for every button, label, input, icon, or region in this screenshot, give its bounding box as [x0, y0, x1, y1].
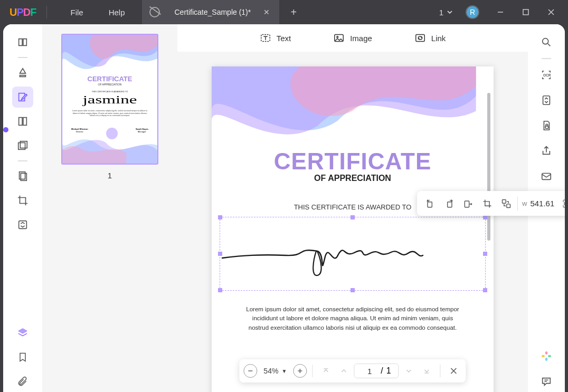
ocr-button[interactable]: OCR [536, 64, 557, 85]
left-tool-rail [3, 24, 42, 392]
rotate-left-button[interactable] [421, 195, 439, 213]
organize-tool[interactable] [12, 111, 33, 132]
compress-tool[interactable] [12, 214, 33, 235]
text-icon [260, 32, 271, 44]
comment-button[interactable] [536, 371, 557, 392]
width-label: w [520, 199, 529, 207]
protect-button[interactable] [536, 115, 557, 136]
thumb-wave-graphic [62, 35, 157, 74]
ocr-icon: OCR [541, 69, 552, 81]
titlebar: UPDF File Help Certificate_Sample (1)* ✕… [0, 0, 568, 24]
email-button[interactable] [536, 166, 557, 187]
close-window-button[interactable] [539, 0, 563, 24]
bookmark-button[interactable] [12, 347, 33, 368]
document-tab[interactable]: Certificate_Sample (1)* ✕ [142, 0, 279, 24]
app-body: CERTIFICATE OF APPRECIATION THIS CERTIFI… [3, 24, 565, 392]
insert-link-button[interactable]: Link [414, 32, 446, 44]
comment-icon [541, 376, 552, 387]
search-button[interactable] [536, 32, 557, 53]
separator [18, 57, 27, 58]
tab-count[interactable]: 1 [436, 6, 456, 19]
tab-count-number: 1 [439, 8, 443, 17]
resize-handle-n[interactable] [351, 215, 355, 219]
replace-image-button[interactable] [497, 195, 515, 213]
thumb-body: Lorem ipsum dolor sit amet, consectetur … [62, 107, 157, 120]
insert-image-label: Image [350, 34, 372, 43]
edit-tool[interactable] [12, 87, 33, 108]
scrollbar-thumb[interactable] [487, 93, 490, 241]
page-thumbnail[interactable]: CERTIFICATE OF APPRECIATION THIS CERTIFI… [61, 34, 158, 165]
document-page[interactable]: CERTIFICATE OF APPRECIATION THIS CERTIFI… [212, 66, 494, 392]
convert-button[interactable] [536, 90, 557, 111]
crop-image-button[interactable] [478, 195, 496, 213]
zoom-page-nav: 54% ▼ / 1 [239, 359, 466, 383]
svg-rect-12 [416, 35, 425, 42]
zoom-in-button[interactable] [293, 364, 307, 378]
thumb-title: CERTIFICATE [62, 75, 157, 83]
last-page-button[interactable] [419, 363, 435, 379]
certificate-title[interactable]: CERTIFICATE [237, 148, 468, 175]
extract-button[interactable] [459, 195, 477, 213]
svg-rect-16 [503, 199, 506, 203]
next-page-button[interactable] [401, 363, 417, 379]
page-indicator: / 1 [354, 364, 399, 378]
zoom-out-button[interactable] [243, 364, 257, 378]
svg-point-11 [337, 36, 338, 38]
ai-flower-icon [540, 350, 553, 362]
insert-text-button[interactable]: Text [260, 32, 291, 44]
lock-aspect-button[interactable] [560, 199, 565, 208]
thumbnail-page-number: 1 [108, 171, 112, 180]
current-page-input[interactable] [362, 367, 377, 376]
thumbnail-panel: CERTIFICATE OF APPRECIATION THIS CERTIFI… [42, 24, 177, 392]
image-edit-toolbar: w 541.61 h 145.16 [417, 191, 565, 216]
svg-rect-5 [20, 141, 27, 148]
canvas-viewport[interactable]: CERTIFICATE OF APPRECIATION THIS CERTIFI… [177, 52, 528, 392]
prev-page-button[interactable] [336, 363, 352, 379]
insert-toolbar: Text Image Link [177, 24, 528, 52]
highlight-tool[interactable] [12, 62, 33, 83]
certificate-body-text[interactable]: Lorem ipsum dolor sit amet, consectetur … [243, 305, 462, 332]
chevron-down-icon: ▼ [281, 368, 287, 374]
pages-tool[interactable] [12, 166, 33, 187]
insert-image-button[interactable]: Image [333, 32, 372, 44]
attachment-button[interactable] [12, 371, 33, 392]
separator [517, 197, 518, 211]
menu-help[interactable]: Help [109, 8, 125, 17]
resize-handle-s[interactable] [351, 288, 355, 292]
crop-tool[interactable] [12, 190, 33, 211]
user-avatar[interactable]: R [466, 5, 479, 19]
zoom-level-dropdown[interactable]: 54% ▼ [259, 367, 291, 375]
layers-button[interactable] [12, 322, 33, 343]
rotate-right-button[interactable] [440, 195, 458, 213]
insert-text-label: Text [277, 34, 291, 43]
svg-rect-0 [523, 9, 528, 15]
search-icon [541, 36, 552, 48]
recipient-signature-image[interactable] [212, 229, 494, 282]
certificate-subtitle[interactable]: OF APPRECIATION [237, 174, 468, 183]
close-tab-button[interactable]: ✕ [261, 6, 272, 18]
minimize-button[interactable] [489, 0, 512, 24]
vertical-scrollbar[interactable] [487, 72, 491, 361]
menu-file[interactable]: File [70, 8, 83, 17]
chevron-down-icon [447, 9, 453, 15]
app-logo: UPDF [10, 6, 36, 18]
width-value[interactable]: 541.61 [530, 199, 558, 208]
reader-tool[interactable] [12, 32, 33, 53]
close-nav-button[interactable] [446, 363, 462, 379]
redact-tool[interactable] [12, 135, 33, 156]
thumb-signature: jasmine [61, 93, 158, 107]
divider [46, 6, 47, 18]
resize-handle-sw[interactable] [218, 288, 222, 292]
first-page-button[interactable] [318, 363, 334, 379]
resize-handle-nw[interactable] [218, 215, 222, 219]
separator [542, 58, 551, 59]
maximize-button[interactable] [514, 0, 537, 24]
new-tab-button[interactable]: + [291, 6, 297, 18]
tab-doc-icon [149, 7, 160, 17]
lock-icon [541, 120, 552, 131]
ai-assistant-button[interactable] [536, 346, 557, 367]
thumb-sig-left-role: Director [76, 130, 83, 133]
mail-icon [541, 170, 552, 182]
share-button[interactable] [536, 140, 557, 161]
insert-link-label: Link [431, 34, 446, 43]
